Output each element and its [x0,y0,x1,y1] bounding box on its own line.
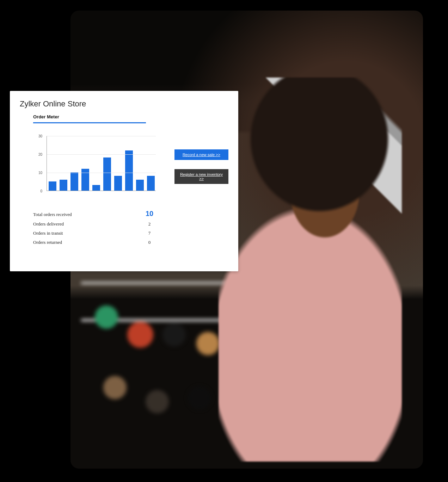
stat-row: Total orders received10 [33,208,157,220]
stat-label: Orders delivered [33,221,64,227]
stat-value: 7 [142,230,157,236]
chart-bar [114,176,122,191]
chart-bar [136,180,144,191]
section-title: Order Meter [33,114,228,122]
chart-bar [70,172,78,191]
record-sale-button[interactable]: Record a new sale >> [174,149,228,160]
chart-bar [92,185,100,191]
chart-gridline [47,154,156,155]
stat-value: 0 [142,240,157,245]
register-inventory-button[interactable]: Register a new inventory >> [174,169,228,184]
chart-plot-area [47,136,156,191]
order-meter-chart: 0102030 [33,133,156,200]
stat-label: Orders returned [33,240,62,245]
chart-bar [60,180,67,191]
chart-gridline [47,136,156,136]
chart-gridline [47,173,156,173]
chart-bar [147,176,155,191]
stat-label: Total orders received [33,212,72,217]
chart-and-actions-row: 0102030 Record a new sale >> Register a … [20,130,228,200]
chart-y-tick-label: 20 [38,153,42,156]
chart-y-tick-label: 10 [38,171,42,175]
stat-row: Orders delivered2 [33,220,157,229]
chart-bar [125,150,133,191]
stat-row: Orders returned0 [33,238,157,247]
dashboard-card: Zylker Online Store Order Meter 0102030 … [10,91,238,271]
section-divider [33,122,146,123]
chart-y-ticks: 0102030 [33,136,45,191]
action-buttons: Record a new sale >> Register a new inve… [174,149,228,184]
order-stats: Total orders received10Orders delivered2… [33,208,157,247]
stat-row: Orders in transit7 [33,229,157,238]
chart-y-tick-label: 0 [40,189,42,193]
stat-label: Orders in transit [33,230,63,236]
stat-value: 2 [142,221,157,227]
chart-bar [81,169,89,191]
chart-bar [103,157,111,191]
chart-bars [47,136,156,191]
app-title: Zylker Online Store [20,99,228,109]
stat-value: 10 [142,210,157,218]
chart-bar [49,181,56,191]
chart-y-tick-label: 30 [38,134,42,138]
